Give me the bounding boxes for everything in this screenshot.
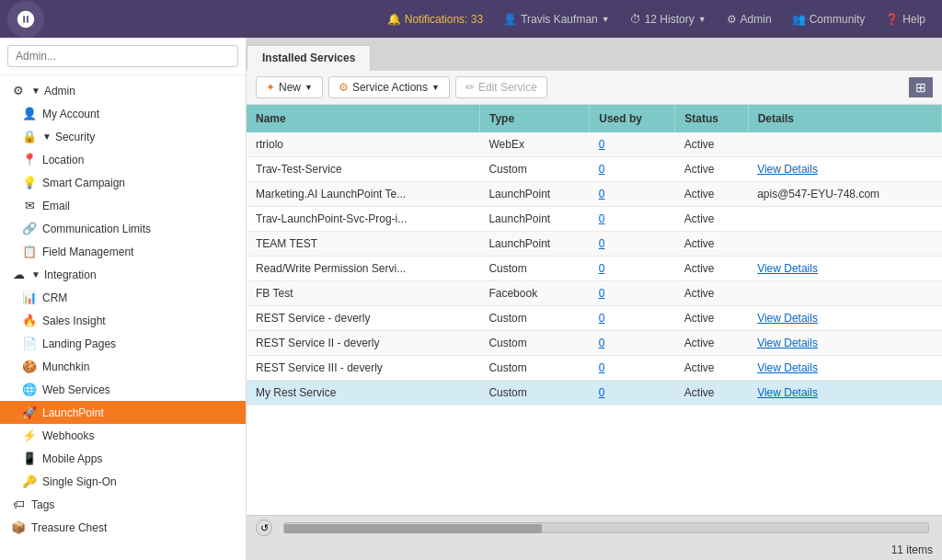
- cell-details[interactable]: View Details: [748, 356, 941, 381]
- sidebar-item-label-landing-pages: Landing Pages: [42, 337, 116, 350]
- cell-used-by[interactable]: 0: [590, 306, 675, 331]
- cell-status: Active: [675, 257, 748, 281]
- cell-status: Active: [675, 356, 748, 381]
- sidebar-item-smart-campaign[interactable]: 💡Smart Campaign: [0, 171, 246, 194]
- sidebar-item-web-services[interactable]: 🌐Web Services: [0, 378, 246, 401]
- user-nav-item[interactable]: 👤 Travis Kaufman ▼: [494, 9, 619, 29]
- table-container: NameTypeUsed byStatusDetails rtrioloWebE…: [247, 105, 942, 515]
- sidebar-item-sales-insight[interactable]: 🔥Sales Insight: [0, 309, 246, 332]
- sidebar-item-communication-limits[interactable]: 🔗Communication Limits: [0, 217, 246, 240]
- sidebar-item-munchkin[interactable]: 🍪Munchkin: [0, 355, 246, 378]
- cell-used-by[interactable]: 0: [590, 381, 675, 406]
- security-arrow: ▼: [42, 131, 52, 142]
- corner-toggle-button[interactable]: ⊞: [909, 77, 933, 97]
- integration-arrow: ▼: [31, 269, 40, 280]
- content-area: Installed Services ✦ New ▼ ⚙ Service Act…: [247, 38, 942, 560]
- sidebar-item-admin[interactable]: ⚙▼Admin: [0, 79, 246, 102]
- admin-icon: ⚙: [727, 13, 737, 26]
- sidebar-item-location[interactable]: 📍Location: [0, 148, 246, 171]
- cell-type: WebEx: [479, 132, 589, 157]
- edit-service-button[interactable]: ✏ Edit Service: [455, 76, 547, 98]
- chevron-down-icon-actions: ▼: [431, 83, 440, 92]
- help-nav-item[interactable]: ❓ Help: [876, 9, 935, 29]
- app-logo[interactable]: [7, 1, 44, 38]
- horizontal-scrollbar[interactable]: [283, 522, 929, 533]
- email-icon: ✉: [22, 199, 37, 212]
- community-nav-item[interactable]: 👥 Community: [783, 9, 875, 29]
- table-row[interactable]: TEAM TESTLaunchPoint0Active: [247, 232, 942, 257]
- new-button[interactable]: ✦ New ▼: [256, 76, 323, 98]
- cell-details[interactable]: View Details: [748, 257, 941, 281]
- cell-used-by[interactable]: 0: [590, 207, 675, 232]
- cell-used-by[interactable]: 0: [590, 132, 675, 157]
- table-row[interactable]: Trav-LaunchPoint-Svc-Prog-i...LaunchPoin…: [247, 207, 942, 232]
- community-label: Community: [810, 13, 866, 26]
- cell-used-by[interactable]: 0: [590, 281, 675, 306]
- sidebar-item-webhooks[interactable]: ⚡Webhooks: [0, 424, 246, 447]
- cell-type: Custom: [479, 331, 589, 356]
- table-row[interactable]: REST Service II - deverlyCustom0ActiveVi…: [247, 331, 942, 356]
- table-row[interactable]: Marketing.AI LaunchPoint Te...LaunchPoin…: [247, 182, 942, 207]
- sidebar-item-crm[interactable]: 📊CRM: [0, 286, 246, 309]
- history-nav-item[interactable]: ⏱ 12 History ▼: [621, 9, 716, 29]
- sidebar-item-label-single-sign-on: Single Sign-On: [42, 475, 117, 488]
- cell-used-by[interactable]: 0: [590, 331, 675, 356]
- cell-type: Custom: [479, 257, 589, 281]
- sidebar-item-tags[interactable]: 🏷Tags: [0, 493, 246, 516]
- cell-used-by[interactable]: 0: [590, 182, 675, 207]
- tab-installed-services[interactable]: Installed Services: [247, 45, 371, 71]
- table-row[interactable]: Trav-Test-ServiceCustom0ActiveView Detai…: [247, 157, 942, 182]
- sidebar-search-input[interactable]: [7, 45, 238, 67]
- refresh-button[interactable]: ↺: [256, 520, 272, 536]
- admin-icon: ⚙: [11, 84, 26, 97]
- sidebar-item-label-sales-insight: Sales Insight: [42, 314, 106, 327]
- cell-used-by[interactable]: 0: [590, 232, 675, 257]
- toolbar: ✦ New ▼ ⚙ Service Actions ▼ ✏ Edit Servi…: [247, 71, 942, 105]
- cell-details[interactable]: View Details: [748, 306, 941, 331]
- notifications-nav-item[interactable]: 🔔 Notifications: 33: [378, 9, 492, 29]
- sidebar-search-container: [0, 38, 246, 75]
- my-account-icon: 👤: [22, 107, 37, 120]
- table-row[interactable]: Read/Write Permission Servi...Custom0Act…: [247, 257, 942, 281]
- table-header-row: NameTypeUsed byStatusDetails: [247, 105, 942, 132]
- table-row[interactable]: REST Service III - deverlyCustom0ActiveV…: [247, 356, 942, 381]
- service-actions-button[interactable]: ⚙ Service Actions ▼: [328, 76, 450, 98]
- sidebar-item-security[interactable]: 🔒▼Security: [0, 125, 246, 148]
- user-icon: 👤: [503, 13, 517, 26]
- sidebar-item-my-account[interactable]: 👤My Account: [0, 102, 246, 125]
- col-name: Name: [247, 105, 479, 132]
- bell-icon: 🔔: [387, 13, 401, 26]
- cell-details: [748, 232, 941, 257]
- chevron-down-icon: ▼: [602, 15, 610, 24]
- cell-used-by[interactable]: 0: [590, 356, 675, 381]
- cell-name: REST Service - deverly: [247, 306, 479, 331]
- sidebar-item-single-sign-on[interactable]: 🔑Single Sign-On: [0, 470, 246, 493]
- table-row[interactable]: My Rest ServiceCustom0ActiveView Details: [247, 381, 942, 406]
- sidebar-item-integration[interactable]: ☁▼Integration: [0, 263, 246, 286]
- cell-type: Custom: [479, 306, 589, 331]
- cell-status: Active: [675, 306, 748, 331]
- sidebar-item-email[interactable]: ✉Email: [0, 194, 246, 217]
- cell-name: REST Service III - deverly: [247, 356, 479, 381]
- sidebar-item-landing-pages[interactable]: 📄Landing Pages: [0, 332, 246, 355]
- cell-used-by[interactable]: 0: [590, 257, 675, 281]
- admin-nav-item[interactable]: ⚙ Admin: [718, 9, 781, 29]
- cell-used-by[interactable]: 0: [590, 157, 675, 182]
- cell-details[interactable]: View Details: [748, 381, 941, 406]
- sidebar-item-mobile-apps[interactable]: 📱Mobile Apps: [0, 447, 246, 470]
- cell-details[interactable]: View Details: [748, 331, 941, 356]
- table-row[interactable]: REST Service - deverlyCustom0ActiveView …: [247, 306, 942, 331]
- sidebar-item-launchpoint[interactable]: 🚀LaunchPoint: [0, 401, 246, 424]
- sidebar-item-treasure-chest[interactable]: 📦Treasure Chest: [0, 516, 246, 539]
- table-row[interactable]: FB TestFacebook0Active: [247, 281, 942, 306]
- landing-pages-icon: 📄: [22, 337, 37, 350]
- cell-details[interactable]: View Details: [748, 157, 941, 182]
- cell-type: LaunchPoint: [479, 207, 589, 232]
- table-row[interactable]: rtrioloWebEx0Active: [247, 132, 942, 157]
- col-status: Status: [675, 105, 748, 132]
- cell-name: Trav-Test-Service: [247, 157, 479, 182]
- treasure-chest-icon: 📦: [11, 520, 26, 534]
- sidebar-item-field-management[interactable]: 📋Field Management: [0, 240, 246, 263]
- location-icon: 📍: [22, 153, 37, 166]
- tags-icon: 🏷: [11, 497, 26, 511]
